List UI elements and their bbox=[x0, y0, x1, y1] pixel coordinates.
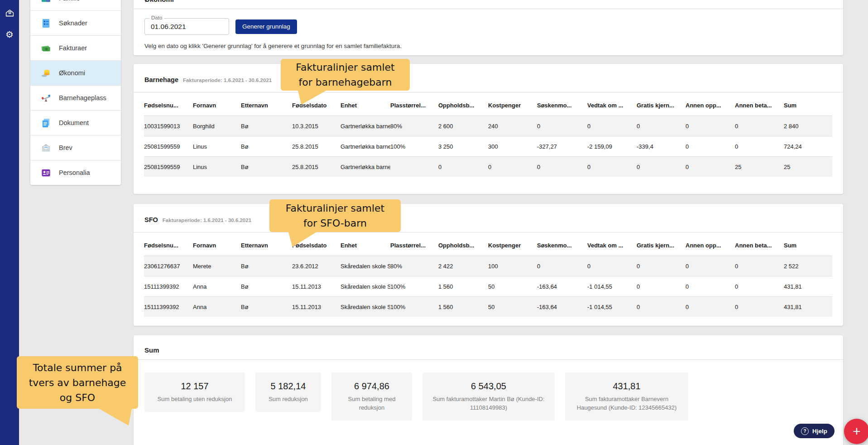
generate-basis-button[interactable]: Generer grunnlag bbox=[235, 19, 297, 34]
barnehage-period: Fakturaperiode: 1.6.2021 - 30.6.2021 bbox=[183, 77, 272, 83]
sidebar-item-label: Fakturaer bbox=[59, 44, 87, 52]
settings-gear-icon[interactable]: ⚙ bbox=[4, 29, 15, 40]
column-header: Oppholdsb... bbox=[438, 232, 488, 256]
barnehageplass-seesaw-icon bbox=[40, 92, 51, 103]
table-cell: Bø bbox=[241, 136, 292, 157]
column-header: Fornavn bbox=[193, 92, 241, 116]
sum-label: Sum fakturamottaker Barnevern Haugesund … bbox=[571, 395, 683, 412]
sum-label: Sum betaling uten reduksjon bbox=[150, 395, 240, 403]
sidebar-item-barnehageplass[interactable]: Barnehageplass bbox=[30, 86, 121, 111]
sidebar-item-okonomi[interactable]: Økonomi bbox=[30, 61, 121, 86]
table-cell: 0 bbox=[587, 157, 637, 177]
table-cell: 0 bbox=[587, 256, 637, 276]
annotation-text: Totale summer påtvers av barnehageog SFO bbox=[29, 360, 126, 405]
sum-value: 12 157 bbox=[150, 381, 240, 392]
question-circle-icon: ? bbox=[801, 427, 809, 435]
column-header: Plasstørrel... bbox=[390, 232, 438, 256]
sum-value: 431,81 bbox=[571, 381, 683, 392]
annotation-text: Fakturalinjer samletfor SFO-barn bbox=[286, 201, 384, 231]
sum-label: Sum betaling med reduksjon bbox=[337, 395, 407, 412]
column-header: Enhet bbox=[340, 92, 390, 116]
table-cell: -339,4 bbox=[637, 136, 686, 157]
soknader-icon bbox=[40, 18, 51, 29]
table-cell: 80% bbox=[390, 256, 438, 276]
table-cell: 10031599013 bbox=[144, 116, 193, 136]
table-cell: 0 bbox=[735, 116, 784, 136]
sidebar-item-label: Brev bbox=[59, 144, 72, 151]
table-cell: Gartnerløkka barne bbox=[340, 136, 390, 157]
sfo-table: Fødselsnu...FornavnEtternavnFødselsdatoE… bbox=[144, 232, 832, 317]
table-cell: Bø bbox=[241, 256, 292, 276]
sum-value: 5 182,14 bbox=[261, 381, 316, 392]
table-cell: 2 522 bbox=[784, 256, 832, 276]
screen: ⚙ FamilieSøknaderFakturaerØkonomiBarneha… bbox=[0, 0, 868, 445]
table-cell: Bø bbox=[241, 276, 292, 297]
sidebar-item-label: Barnehageplass bbox=[59, 94, 106, 102]
add-fab-button[interactable]: + bbox=[844, 419, 868, 444]
table-cell: 0 bbox=[686, 276, 735, 297]
familie-icon bbox=[40, 0, 51, 4]
annotation-bubble-totals: Totale summer påtvers av barnehageog SFO bbox=[17, 356, 138, 409]
table-cell: 15111399392 bbox=[144, 276, 193, 297]
column-header: Annen beta... bbox=[735, 92, 784, 116]
table-cell: 25081599559 bbox=[144, 157, 193, 177]
table-cell: 0 bbox=[637, 157, 686, 177]
table-cell: Gartnerløkka barne bbox=[340, 116, 390, 136]
table-row: 10031599013BorghildBø10.3.2015Gartnerløk… bbox=[144, 116, 832, 136]
table-cell: 50 bbox=[488, 297, 537, 317]
table-row: 15111399392AnnaBø15.11.2013Skåredalen sk… bbox=[144, 297, 832, 317]
sidebar-item-soknader[interactable]: Søknader bbox=[30, 11, 121, 36]
divider bbox=[134, 359, 843, 360]
help-button[interactable]: ? Hjelp bbox=[794, 424, 834, 438]
annotation-bubble-barnehage: Fakturalinjer samletfor barnehagebarn bbox=[281, 59, 410, 91]
table-cell: 15.11.2013 bbox=[292, 297, 340, 317]
annotation-text: Fakturalinjer samletfor barnehagebarn bbox=[296, 60, 394, 90]
table-cell: 1 560 bbox=[438, 276, 488, 297]
table-cell: 0 bbox=[537, 256, 587, 276]
sum-box: 6 543,05Sum fakturamottaker Martin Bø (K… bbox=[422, 372, 555, 421]
table-cell: 724,24 bbox=[784, 136, 832, 157]
sidebar-item-fakturaer[interactable]: Fakturaer bbox=[30, 36, 121, 61]
table-cell: 25 bbox=[784, 157, 832, 177]
table-cell: -327,27 bbox=[537, 136, 587, 157]
sidebar-item-personalia[interactable]: Personalia bbox=[30, 160, 121, 185]
table-cell: Bø bbox=[241, 157, 292, 177]
column-header: Enhet bbox=[340, 232, 390, 256]
table-header-row: Fødselsnu...FornavnEtternavnFødselsdatoE… bbox=[144, 232, 832, 256]
page-title: Økonomi bbox=[134, 0, 843, 9]
table-cell: 0 bbox=[637, 276, 686, 297]
table-cell: Merete bbox=[193, 256, 241, 276]
column-header: Annen opp... bbox=[686, 92, 735, 116]
sidebar-item-label: Personalia bbox=[59, 169, 90, 176]
bubble-tail bbox=[99, 409, 132, 426]
table-cell: 0 bbox=[637, 116, 686, 136]
sidebar-item-familie[interactable]: Familie bbox=[30, 0, 121, 11]
column-header: Oppholdsb... bbox=[438, 92, 488, 116]
table-cell: 0 bbox=[686, 116, 735, 136]
column-header: Sum bbox=[784, 92, 832, 116]
column-header: Annen opp... bbox=[686, 232, 735, 256]
barnehage-card: Barnehage Fakturaperiode: 1.6.2021 - 30.… bbox=[134, 64, 843, 194]
sfo-card: SFO Fakturaperiode: 1.6.2021 - 30.6.2021… bbox=[134, 204, 843, 326]
date-input[interactable]: Dato 01.06.2021 bbox=[144, 18, 229, 35]
table-cell: Linus bbox=[193, 157, 241, 177]
sidebar-item-dokument[interactable]: Dokument bbox=[30, 111, 121, 135]
table-cell: Anna bbox=[193, 297, 241, 317]
sum-title: Sum bbox=[134, 335, 843, 359]
plus-icon: + bbox=[853, 424, 861, 439]
sum-value: 6 543,05 bbox=[428, 381, 549, 392]
table-cell: 15111399392 bbox=[144, 297, 193, 317]
table-cell: 100% bbox=[390, 136, 438, 157]
table-row: 15111399392AnnaBø15.11.2013Skåredalen sk… bbox=[144, 276, 832, 297]
table-cell: Anna bbox=[193, 276, 241, 297]
table-cell: 0 bbox=[735, 136, 784, 157]
sidebar-item-brev[interactable]: Brev bbox=[30, 135, 121, 160]
sidebar-menu: FamilieSøknaderFakturaerØkonomiBarnehage… bbox=[30, 0, 121, 185]
column-header: Fødselsnu... bbox=[144, 92, 193, 116]
table-cell: 0 bbox=[637, 256, 686, 276]
barnehage-card-header: Barnehage Fakturaperiode: 1.6.2021 - 30.… bbox=[134, 64, 843, 92]
home-icon[interactable] bbox=[4, 7, 15, 18]
sidebar-item-label: Søknader bbox=[59, 19, 87, 27]
annotation-bubble-sfo: Fakturalinjer samletfor SFO-barn bbox=[269, 199, 401, 232]
table-cell: 300 bbox=[488, 136, 537, 157]
